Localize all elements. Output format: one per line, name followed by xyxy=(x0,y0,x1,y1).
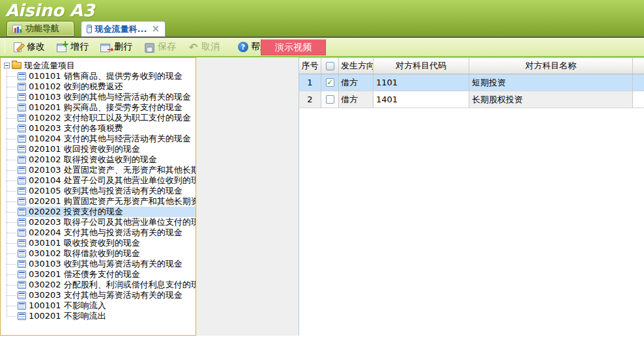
document-icon xyxy=(18,218,26,226)
tree-item-020201[interactable]: 020201 购置固定资产无形资产和其他长期资产 xyxy=(18,196,196,207)
col-code-header: 对方科目代码 xyxy=(373,58,469,74)
toolbar-separator xyxy=(5,40,5,53)
seq-cell[interactable]: 2 xyxy=(299,91,321,108)
tree-item-020105[interactable]: 020105 收到其他与投资活动有关的现金 xyxy=(18,186,196,196)
tree-children: 010101 销售商品、提供劳务收到的现金010102 收到的税费返还01010… xyxy=(1,71,196,321)
cash-flow-tree: 现金流量项目 010101 销售商品、提供劳务收到的现金010102 收到的税费… xyxy=(0,57,196,336)
delete-row-icon xyxy=(100,42,111,52)
form-icon xyxy=(87,25,92,33)
save-button[interactable]: 保存 xyxy=(138,38,182,55)
account-name-cell[interactable]: 短期投资 xyxy=(469,74,633,91)
tree-item-030201[interactable]: 030201 偿还债务支付的现金 xyxy=(18,269,196,280)
add-row-icon xyxy=(57,42,68,52)
col-check-header xyxy=(321,58,339,74)
document-icon xyxy=(18,208,26,216)
modify-button-label: 修改 xyxy=(27,41,45,53)
row-checkbox[interactable] xyxy=(326,95,334,104)
tree-item-020202[interactable]: 020202 投资支付的现金 xyxy=(18,207,196,217)
add-row-button-label: 增行 xyxy=(70,41,89,53)
delete-row-button[interactable]: 删行 xyxy=(95,38,138,55)
undo-icon xyxy=(188,41,199,53)
tree-item-020102[interactable]: 020102 取得投资收益收到的现金 xyxy=(18,154,196,165)
tree-item-020104[interactable]: 020104 处置子公司及其他营业单位收到的现金 xyxy=(18,175,196,186)
tree-root[interactable]: 现金流量项目 xyxy=(1,60,196,71)
col-name-header: 对方科目名称 xyxy=(469,58,633,74)
cancel-button[interactable]: 取消 xyxy=(182,38,226,55)
document-icon xyxy=(18,114,26,122)
tab-cash-flow-item[interactable]: 现金流量科... × xyxy=(81,21,166,37)
bar-chart-icon xyxy=(12,25,22,33)
direction-cell[interactable]: 借方 xyxy=(339,74,373,91)
tree-item-010204[interactable]: 010204 支付的其他与经营活动有关的现金 xyxy=(18,134,196,144)
app-header: Aisino A3 功能导航 现金流量科... × xyxy=(0,0,644,38)
document-icon xyxy=(18,135,26,143)
document-icon xyxy=(18,260,26,268)
document-icon xyxy=(18,198,26,205)
tree-root-label: 现金流量项目 xyxy=(24,60,75,72)
account-name-cell[interactable]: 长期股权投资 xyxy=(469,91,633,108)
tree-item-010202[interactable]: 010202 支付给职工以及为职工支付的现金 xyxy=(18,113,196,123)
document-icon xyxy=(18,271,26,278)
seq-cell[interactable]: 1 xyxy=(299,74,321,91)
close-icon[interactable]: × xyxy=(151,24,160,34)
table-body: 1借方1101短期投资2借方1401长期股权投资 xyxy=(299,74,644,108)
tree-item-100101[interactable]: 100101 不影响流入 xyxy=(18,300,196,311)
document-icon xyxy=(18,239,26,247)
save-button-label: 保存 xyxy=(158,41,176,53)
help-icon xyxy=(238,42,248,52)
detail-panel: 序号 发生方向 对方科目代码 对方科目名称 1借方1101短期投资2借方1401… xyxy=(299,57,644,336)
tree-item-020204[interactable]: 020204 支付其他与投资活动有关的现金 xyxy=(18,227,196,238)
tree-item-020101[interactable]: 020101 收回投资收到的现金 xyxy=(18,144,196,154)
app-logo: Aisino A3 xyxy=(5,1,95,20)
demo-video-button[interactable]: 演示视频 xyxy=(261,39,326,55)
collapse-icon[interactable] xyxy=(4,63,10,68)
direction-cell[interactable]: 借方 xyxy=(339,91,373,108)
document-icon xyxy=(18,302,26,310)
row-checkbox[interactable] xyxy=(326,78,334,87)
tree-item-020203[interactable]: 020203 取得子公司及其他营业单位支付的现金 xyxy=(18,217,196,227)
table-row-1[interactable]: 1借方1101短期投资 xyxy=(299,74,644,91)
col-direction-header: 发生方向 xyxy=(339,58,373,74)
document-icon xyxy=(18,156,26,164)
tab-function-nav-label: 功能导航 xyxy=(25,23,59,35)
document-icon xyxy=(18,125,26,132)
tree-item-010102[interactable]: 010102 收到的税费返还 xyxy=(18,81,196,92)
tree-item-030203[interactable]: 030203 支付其他与筹资活动有关的现金 xyxy=(18,290,196,300)
tab-cash-flow-label: 现金流量科... xyxy=(95,23,147,35)
col-filler-header xyxy=(633,58,644,74)
add-row-button[interactable]: 增行 xyxy=(51,38,95,55)
document-icon xyxy=(18,187,26,195)
tab-function-nav[interactable]: 功能导航 xyxy=(7,21,74,37)
tree-item-030202[interactable]: 030202 分配股利、利润或偿付利息支付的现金 xyxy=(18,280,196,290)
save-icon xyxy=(144,42,155,52)
tree-item-010203[interactable]: 010203 支付的各项税费 xyxy=(18,123,196,134)
table-header-row: 序号 发生方向 对方科目代码 对方科目名称 xyxy=(299,58,644,74)
col-seq-header: 序号 xyxy=(299,58,321,74)
header-checkbox[interactable] xyxy=(326,62,334,70)
document-icon xyxy=(18,291,26,299)
folder-icon xyxy=(12,62,22,69)
tree-item-030101[interactable]: 030101 吸收投资收到的现金 xyxy=(18,238,196,248)
table-row-2[interactable]: 2借方1401长期股权投资 xyxy=(299,91,644,108)
tree-item-010103[interactable]: 010103 收到的其他与经营活动有关的现金 xyxy=(18,92,196,102)
tree-item-020103[interactable]: 020103 处置固定资产、无形资产和其他长期资 xyxy=(18,165,196,175)
delete-row-button-label: 删行 xyxy=(114,41,132,53)
document-icon xyxy=(18,312,26,320)
document-icon xyxy=(18,145,26,153)
left-panel: 现金流量项目 010101 销售商品、提供劳务收到的现金010102 收到的税费… xyxy=(0,57,299,336)
document-icon xyxy=(18,83,26,91)
account-code-cell[interactable]: 1101 xyxy=(373,74,469,91)
check-cell xyxy=(321,91,339,108)
tree-item-010201[interactable]: 010201 购买商品、接受劳务支付的现金 xyxy=(18,102,196,113)
tree-item-100201[interactable]: 100201 不影响流出 xyxy=(18,311,196,321)
account-code-cell[interactable]: 1401 xyxy=(373,91,469,108)
edit-icon xyxy=(13,42,24,52)
tree-item-030102[interactable]: 030102 取得借款收到的现金 xyxy=(18,248,196,259)
document-icon xyxy=(18,281,26,289)
tree-item-010101[interactable]: 010101 销售商品、提供劳务收到的现金 xyxy=(18,71,196,81)
toolbar: 修改 增行 删行 保存 取消 帮助 退出 演示视频 xyxy=(0,38,644,57)
tree-item-030103[interactable]: 030103 收到其他与筹资活动有关的现金 xyxy=(18,259,196,269)
modify-button[interactable]: 修改 xyxy=(7,38,51,55)
main-content: 现金流量项目 010101 销售商品、提供劳务收到的现金010102 收到的税费… xyxy=(0,57,644,336)
cancel-button-label: 取消 xyxy=(201,41,220,53)
